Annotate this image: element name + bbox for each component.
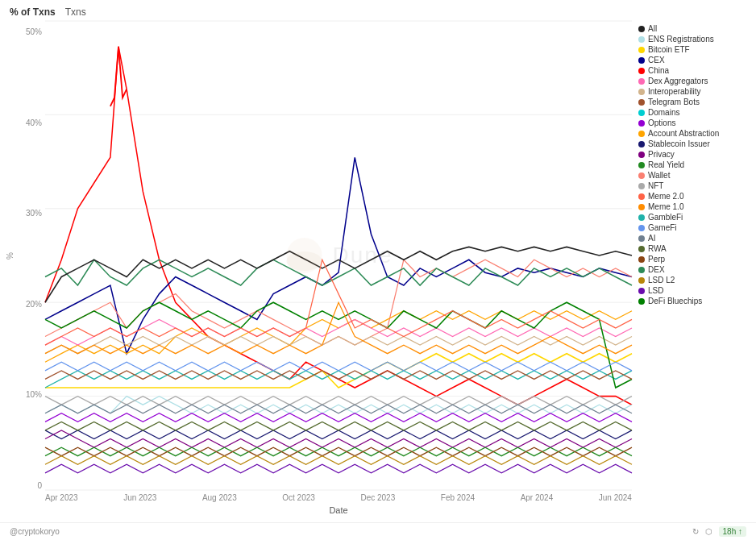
legend-dot bbox=[638, 57, 645, 64]
legend-label: Real Yield bbox=[648, 160, 684, 169]
legend-dot bbox=[638, 131, 645, 137]
legend-dot bbox=[638, 214, 645, 221]
legend-label: RWA bbox=[648, 244, 667, 253]
legend-item: Meme 1.0 bbox=[638, 202, 746, 211]
legend-item: All bbox=[638, 24, 746, 33]
y-label-10: 10% bbox=[19, 390, 42, 399]
chart-area: % 50% 40% 30% 20% 10% 0 Dune bbox=[0, 21, 756, 522]
legend-label: DEX bbox=[648, 265, 665, 274]
chart-footer: @cryptokoryo ↻ ⬡ 18h ↑ bbox=[0, 522, 756, 540]
chart-legend: AllENS RegistrationsBitcoin ETFCEXChinaD… bbox=[632, 21, 753, 505]
y-axis: 50% 40% 30% 20% 10% 0 bbox=[16, 21, 45, 522]
legend-dot bbox=[638, 47, 645, 53]
tab-pct-txns[interactable]: % of Txns bbox=[10, 6, 56, 18]
legend-item: GameFi bbox=[638, 223, 746, 232]
y-axis-title: % bbox=[6, 252, 15, 260]
legend-label: China bbox=[648, 66, 669, 75]
legend-label: Meme 2.0 bbox=[648, 192, 683, 201]
legend-label: All bbox=[648, 24, 657, 33]
tab-txns[interactable]: Txns bbox=[65, 6, 86, 18]
legend-item: GambleFi bbox=[638, 213, 746, 222]
legend-dot bbox=[638, 277, 645, 284]
y-label-0: 0 bbox=[19, 481, 42, 490]
legend-label: Dex Aggregators bbox=[648, 77, 708, 85]
legend-dot bbox=[638, 267, 645, 273]
legend-dot bbox=[638, 183, 645, 189]
x-label-aug23: Aug 2023 bbox=[202, 493, 237, 502]
legend-dot bbox=[638, 162, 645, 168]
legend-item: Stablecoin Issuer bbox=[638, 139, 746, 148]
legend-dot bbox=[638, 246, 645, 252]
x-label-jun24: Jun 2024 bbox=[599, 493, 632, 502]
chart-header: % of Txns Txns bbox=[0, 0, 756, 21]
main-container: % of Txns Txns % 50% 40% 30% 20% 10% 0 bbox=[0, 0, 756, 540]
legend-item: Dex Aggregators bbox=[638, 77, 746, 85]
legend-item: Real Yield bbox=[638, 160, 746, 169]
legend-label: Bitcoin ETF bbox=[648, 45, 690, 54]
legend-label: LSD bbox=[648, 286, 663, 295]
y-label-40: 40% bbox=[19, 118, 42, 127]
legend-dot bbox=[638, 26, 645, 32]
legend-dot bbox=[638, 193, 645, 200]
legend-item: Meme 2.0 bbox=[638, 192, 746, 201]
chart-canvas: Dune bbox=[45, 21, 632, 522]
x-label-dec23: Dec 2023 bbox=[360, 493, 395, 502]
legend-dot bbox=[638, 298, 645, 305]
legend-label: Telegram Bots bbox=[648, 98, 700, 106]
x-axis-title: Date bbox=[329, 505, 347, 515]
legend-label: Account Abstraction bbox=[648, 129, 719, 138]
legend-item: Wallet bbox=[638, 171, 746, 180]
legend-label: DeFi Bluechips bbox=[648, 297, 702, 305]
legend-item: LSD L2 bbox=[638, 276, 746, 285]
legend-dot bbox=[638, 36, 645, 43]
legend-dot bbox=[638, 141, 645, 147]
time-badge: 18h ↑ bbox=[719, 526, 746, 537]
x-labels: Apr 2023 Jun 2023 Aug 2023 Oct 2023 Dec … bbox=[45, 490, 632, 505]
legend-item: Perp bbox=[638, 255, 746, 264]
legend-item: Domains bbox=[638, 108, 746, 117]
legend-label: CEX bbox=[648, 56, 665, 64]
legend-label: AI bbox=[648, 234, 655, 243]
legend-dot bbox=[638, 172, 645, 179]
legend-item: Interoperability bbox=[638, 87, 746, 96]
legend-item: CEX bbox=[638, 56, 746, 64]
x-axis: Apr 2023 Jun 2023 Aug 2023 Oct 2023 Dec … bbox=[45, 490, 632, 522]
legend-label: Privacy bbox=[648, 150, 675, 159]
legend-dot bbox=[638, 89, 645, 95]
legend-item: LSD bbox=[638, 286, 746, 295]
share-icon[interactable]: ⬡ bbox=[705, 527, 712, 536]
refresh-icon[interactable]: ↻ bbox=[692, 527, 699, 536]
x-label-oct23: Oct 2023 bbox=[282, 493, 315, 502]
legend-label: Perp bbox=[648, 255, 665, 264]
footer-icons: ↻ ⬡ 18h ↑ bbox=[692, 526, 746, 537]
y-label-30: 30% bbox=[19, 209, 42, 218]
legend-dot bbox=[638, 152, 645, 158]
legend-dot bbox=[638, 78, 645, 85]
legend-item: AI bbox=[638, 234, 746, 243]
legend-label: Interoperability bbox=[648, 87, 701, 96]
legend-dot bbox=[638, 110, 645, 116]
legend-label: Stablecoin Issuer bbox=[648, 139, 710, 148]
y-label-20: 20% bbox=[19, 300, 42, 309]
x-label-jun23: Jun 2023 bbox=[123, 493, 156, 502]
svg-wrapper: Dune bbox=[45, 21, 632, 490]
legend-label: LSD L2 bbox=[648, 276, 675, 285]
legend-item: DEX bbox=[638, 265, 746, 274]
legend-label: Domains bbox=[648, 108, 679, 117]
legend-label: Meme 1.0 bbox=[648, 202, 683, 211]
legend-dot bbox=[638, 204, 645, 210]
attribution: @cryptokoryo bbox=[10, 527, 60, 536]
legend-item: NFT bbox=[638, 181, 746, 190]
x-label-feb24: Feb 2024 bbox=[441, 493, 475, 502]
y-label-50: 50% bbox=[19, 27, 42, 36]
legend-item: Bitcoin ETF bbox=[638, 45, 746, 54]
legend-dot bbox=[638, 68, 645, 74]
legend-item: Options bbox=[638, 118, 746, 127]
legend-dot bbox=[638, 256, 645, 263]
legend-dot bbox=[638, 120, 645, 127]
legend-item: Telegram Bots bbox=[638, 98, 746, 106]
legend-dot bbox=[638, 225, 645, 231]
legend-label: GameFi bbox=[648, 223, 677, 232]
legend-item: ENS Registrations bbox=[638, 35, 746, 44]
line-chart-svg bbox=[45, 21, 632, 490]
